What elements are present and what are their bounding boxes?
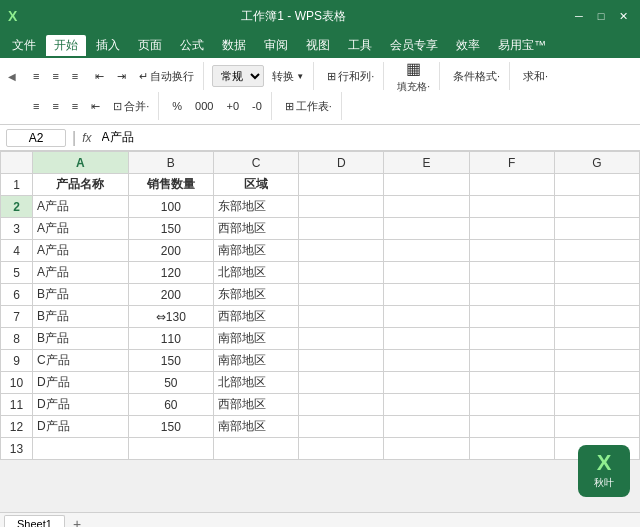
cell-f8[interactable] — [469, 328, 554, 350]
col-header-a[interactable]: A — [32, 152, 128, 174]
cell-e13[interactable] — [384, 438, 469, 460]
cell-b5[interactable]: 120 — [128, 262, 213, 284]
cell-a6[interactable]: B产品 — [32, 284, 128, 306]
menu-insert[interactable]: 插入 — [88, 35, 128, 56]
cell-b3[interactable]: 150 — [128, 218, 213, 240]
col-header-e[interactable]: E — [384, 152, 469, 174]
cell-b4[interactable]: 200 — [128, 240, 213, 262]
cell-g4[interactable] — [554, 240, 639, 262]
cell-c3[interactable]: 西部地区 — [213, 218, 298, 240]
cell-a3[interactable]: A产品 — [32, 218, 128, 240]
cell-d13[interactable] — [299, 438, 384, 460]
worksheet-btn[interactable]: ⊞ 工作表· — [280, 96, 337, 117]
maximize-button[interactable]: □ — [592, 7, 610, 25]
cell-d12[interactable] — [299, 416, 384, 438]
cell-e4[interactable] — [384, 240, 469, 262]
cell-d4[interactable] — [299, 240, 384, 262]
cell-f13[interactable] — [469, 438, 554, 460]
align-bottom-btn[interactable]: ≡ — [67, 67, 83, 85]
sheet-tab-sheet1[interactable]: Sheet1 — [4, 515, 65, 528]
menu-data[interactable]: 数据 — [214, 35, 254, 56]
dec-inc-btn[interactable]: +0 — [221, 97, 244, 115]
col-header-b[interactable]: B — [128, 152, 213, 174]
cell-g11[interactable] — [554, 394, 639, 416]
cell-c10[interactable]: 北部地区 — [213, 372, 298, 394]
cell-f7[interactable] — [469, 306, 554, 328]
cell-d10[interactable] — [299, 372, 384, 394]
cell-a4[interactable]: A产品 — [32, 240, 128, 262]
formula-input[interactable]: A产品 — [98, 130, 635, 146]
cell-b9[interactable]: 150 — [128, 350, 213, 372]
cell-c6[interactable]: 东部地区 — [213, 284, 298, 306]
cell-b11[interactable]: 60 — [128, 394, 213, 416]
cell-c7[interactable]: 西部地区 — [213, 306, 298, 328]
cell-g9[interactable] — [554, 350, 639, 372]
cell-b2[interactable]: 100 — [128, 196, 213, 218]
cell-a2[interactable]: A产品 — [32, 196, 128, 218]
cell-c5[interactable]: 北部地区 — [213, 262, 298, 284]
cell-e9[interactable] — [384, 350, 469, 372]
menu-efficiency[interactable]: 效率 — [448, 35, 488, 56]
convert-btn[interactable]: 转换 ▼ — [267, 66, 309, 87]
close-button[interactable]: ✕ — [614, 7, 632, 25]
cell-e7[interactable] — [384, 306, 469, 328]
menu-easyuse[interactable]: 易用宝™ — [490, 35, 554, 56]
cell-d5[interactable] — [299, 262, 384, 284]
indent-decrease-btn[interactable]: ⇤ — [90, 67, 109, 86]
cell-c11[interactable]: 西部地区 — [213, 394, 298, 416]
cell-a5[interactable]: A产品 — [32, 262, 128, 284]
dec-dec-btn[interactable]: -0 — [247, 97, 267, 115]
cell-a7[interactable]: B产品 — [32, 306, 128, 328]
cell-g8[interactable] — [554, 328, 639, 350]
cell-e6[interactable] — [384, 284, 469, 306]
cell-b12[interactable]: 150 — [128, 416, 213, 438]
cell-e12[interactable] — [384, 416, 469, 438]
cell-g10[interactable] — [554, 372, 639, 394]
cell-a1[interactable]: 产品名称 — [32, 174, 128, 196]
cell-g6[interactable] — [554, 284, 639, 306]
cell-f1[interactable] — [469, 174, 554, 196]
cell-g2[interactable] — [554, 196, 639, 218]
col-header-c[interactable]: C — [213, 152, 298, 174]
merge-btn[interactable]: ⊡ 合并· — [108, 96, 154, 117]
cell-e10[interactable] — [384, 372, 469, 394]
menu-review[interactable]: 审阅 — [256, 35, 296, 56]
cond-format-btn[interactable]: 条件格式· — [448, 66, 505, 87]
cell-a12[interactable]: D产品 — [32, 416, 128, 438]
cell-e11[interactable] — [384, 394, 469, 416]
cell-f3[interactable] — [469, 218, 554, 240]
col-header-g[interactable]: G — [554, 152, 639, 174]
cell-d3[interactable] — [299, 218, 384, 240]
cell-f6[interactable] — [469, 284, 554, 306]
cell-e1[interactable] — [384, 174, 469, 196]
cell-a10[interactable]: D产品 — [32, 372, 128, 394]
row-col-btn[interactable]: ⊞ 行和列· — [322, 66, 379, 87]
menu-vip[interactable]: 会员专享 — [382, 35, 446, 56]
cell-b6[interactable]: 200 — [128, 284, 213, 306]
menu-page[interactable]: 页面 — [130, 35, 170, 56]
sum-btn[interactable]: 求和· — [518, 66, 553, 87]
cell-b7[interactable]: ⇔130 — [128, 306, 213, 328]
cell-e2[interactable] — [384, 196, 469, 218]
cell-d6[interactable] — [299, 284, 384, 306]
cell-a11[interactable]: D产品 — [32, 394, 128, 416]
minimize-button[interactable]: ─ — [570, 7, 588, 25]
cell-f12[interactable] — [469, 416, 554, 438]
cell-f2[interactable] — [469, 196, 554, 218]
cell-d9[interactable] — [299, 350, 384, 372]
cell-c9[interactable]: 南部地区 — [213, 350, 298, 372]
wrap-text-btn[interactable]: ↵ 自动换行 — [134, 66, 199, 87]
cell-e5[interactable] — [384, 262, 469, 284]
cell-b1[interactable]: 销售数量 — [128, 174, 213, 196]
cell-e8[interactable] — [384, 328, 469, 350]
cell-f5[interactable] — [469, 262, 554, 284]
cell-a9[interactable]: C产品 — [32, 350, 128, 372]
cell-d1[interactable] — [299, 174, 384, 196]
cell-d11[interactable] — [299, 394, 384, 416]
thousands-btn[interactable]: 000 — [190, 97, 218, 115]
cell-c2[interactable]: 东部地区 — [213, 196, 298, 218]
menu-home[interactable]: 开始 — [46, 35, 86, 56]
cell-c1[interactable]: 区域 — [213, 174, 298, 196]
col-header-f[interactable]: F — [469, 152, 554, 174]
cell-c12[interactable]: 南部地区 — [213, 416, 298, 438]
